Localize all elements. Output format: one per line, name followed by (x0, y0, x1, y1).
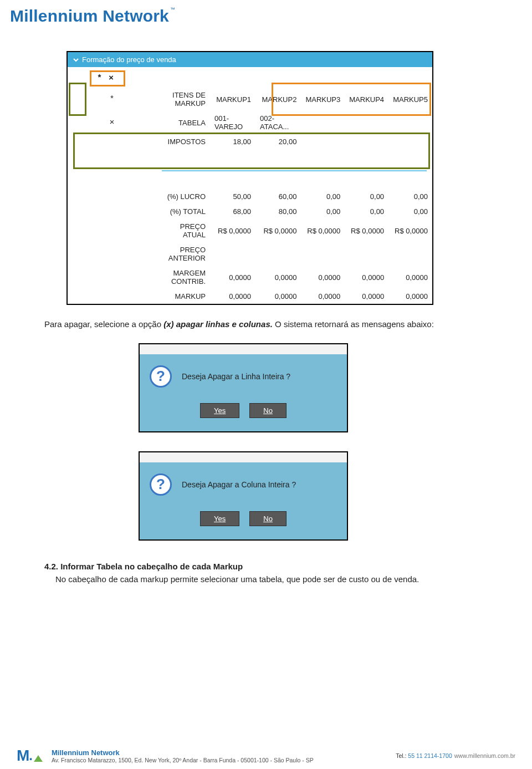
cell (301, 242, 345, 266)
footer-address: Av. Francisco Matarazzo, 1500, Ed. New Y… (52, 757, 387, 763)
cell-label: MARKUP (156, 289, 210, 304)
cell-label: (%) LUCRO (156, 189, 210, 204)
window-title: Formação do preço de venda (82, 55, 176, 64)
tel-label: Tel.: (396, 752, 408, 759)
section-paragraph: No cabeçalho de cada markup permite sele… (55, 573, 488, 586)
footer-contact: Tel.: 55 11 2114-1700www.millennium.com.… (396, 752, 515, 759)
cell: R$ 0,0000 (301, 219, 345, 242)
cell: 0,0000 (255, 289, 301, 304)
dialog-titlebar (140, 344, 347, 354)
cell: 68,00 (210, 204, 255, 219)
grid-row-preco-anterior: PREÇO ANTERIOR (68, 242, 432, 266)
cell: 0,0000 (301, 266, 345, 289)
cell: 0,0000 (345, 289, 388, 304)
cell: 001-VAREJO (210, 111, 255, 134)
cell-label: TABELA (156, 111, 210, 134)
cell: 0,00 (301, 189, 345, 204)
cell: 60,00 (255, 189, 301, 204)
row-marker-x[interactable]: × (68, 111, 156, 134)
dialog-message: Deseja Apagar a Coluna Inteira ? (182, 480, 296, 489)
grid-empty-row (68, 149, 432, 189)
footer-logo: M. (17, 748, 43, 763)
cell (388, 242, 432, 266)
cell (301, 134, 345, 149)
cell: 002-ATACA... (255, 111, 301, 134)
cell: R$ 0,0000 (210, 219, 255, 242)
cell: 0,00 (388, 204, 432, 219)
grid-row-lucro: (%) LUCRO 50,00 60,00 0,00 0,00 0,00 (68, 189, 432, 204)
yes-button[interactable]: Yes (200, 403, 239, 418)
cell (388, 111, 432, 134)
grid-row-total: (%) TOTAL 68,00 80,00 0,00 0,00 0,00 (68, 204, 432, 219)
yes-button[interactable]: Yes (200, 511, 239, 526)
cell (388, 134, 432, 149)
cell: 0,0000 (210, 289, 255, 304)
cell: 0,0000 (388, 289, 432, 304)
page-header: Millennium Network™ (0, 0, 532, 29)
dialog-delete-row: ? Deseja Apagar a Linha Inteira ? Yes No (139, 343, 348, 432)
cell: 0,00 (388, 189, 432, 204)
cell-label: MARGEM CONTRIB. (156, 266, 210, 289)
chevron-down-icon (73, 57, 79, 63)
cell-label: IMPOSTOS (156, 134, 210, 149)
cell: 80,00 (255, 204, 301, 219)
cell: R$ 0,0000 (388, 219, 432, 242)
cell (345, 111, 388, 134)
col-header-itens: ITENS DE MARKUP (156, 88, 210, 111)
cell-label: (%) TOTAL (156, 204, 210, 219)
brand-text: Millennium Network (10, 7, 169, 25)
cell: R$ 0,0000 (255, 219, 301, 242)
cell: 18,00 (210, 134, 255, 149)
dialog-titlebar (140, 452, 347, 462)
footer-title: Millennium Network (52, 748, 387, 757)
dialog-delete-column: ? Deseja Apagar a Coluna Inteira ? Yes N… (139, 451, 348, 541)
cell: R$ 0,0000 (345, 219, 388, 242)
cell: 0,0000 (255, 266, 301, 289)
col-header-markup1: MARKUP1 (210, 88, 255, 111)
window-titlebar: Formação do preço de venda (68, 52, 432, 67)
cell: 20,00 (255, 134, 301, 149)
cell-label: PREÇO ANTERIOR (156, 242, 210, 266)
paragraph-apagar: Para apagar, selecione a opção (x) apaga… (44, 318, 488, 331)
section-heading: 4.2. Informar Tabela no cabeçalho de cad… (44, 562, 488, 571)
triangle-icon (34, 755, 43, 762)
cell: 0,00 (345, 189, 388, 204)
delete-button[interactable]: × (109, 74, 114, 83)
text-fragment: O sistema retornará as mensagens abaixo: (273, 319, 434, 329)
footer-url: www.millennium.com.br (454, 752, 515, 759)
grid-row-margem: MARGEM CONTRIB. 0,0000 0,0000 0,0000 0,0… (68, 266, 432, 289)
highlight-toolbar-box: * × (90, 70, 125, 86)
cell: 0,00 (345, 204, 388, 219)
add-row-button[interactable]: * (97, 74, 102, 83)
cell (210, 242, 255, 266)
cell: 0,0000 (345, 266, 388, 289)
no-button[interactable]: No (249, 403, 287, 418)
col-header-markup4: MARKUP4 (345, 88, 388, 111)
grid-row-impostos: IMPOSTOS 18,00 20,00 (68, 134, 432, 149)
dialog-message: Deseja Apagar a Linha Inteira ? (182, 372, 290, 381)
grid-header-row: * ITENS DE MARKUP MARKUP1 MARKUP2 MARKUP… (68, 88, 432, 111)
cell (255, 242, 301, 266)
cell (345, 242, 388, 266)
question-icon: ? (150, 473, 172, 496)
page-footer: M. Millennium Network Av. Francisco Mata… (0, 745, 532, 769)
markup-grid: * ITENS DE MARKUP MARKUP1 MARKUP2 MARKUP… (68, 88, 432, 304)
col-header-markup3: MARKUP3 (301, 88, 345, 111)
row-marker-asterisk[interactable]: * (68, 88, 156, 111)
cell (301, 111, 345, 134)
col-header-markup5: MARKUP5 (388, 88, 432, 111)
grid-row-markup: MARKUP 0,0000 0,0000 0,0000 0,0000 0,000… (68, 289, 432, 304)
question-icon: ? (150, 365, 172, 388)
price-formation-screenshot: Formação do preço de venda * × * ITENS D… (66, 51, 433, 305)
col-header-markup2: MARKUP2 (255, 88, 301, 111)
cell: 0,0000 (210, 266, 255, 289)
cell: 0,0000 (301, 289, 345, 304)
cell (345, 134, 388, 149)
grid-row-preco-atual: PREÇO ATUAL R$ 0,0000 R$ 0,0000 R$ 0,000… (68, 219, 432, 242)
cell: 0,0000 (388, 266, 432, 289)
no-button[interactable]: No (249, 511, 287, 526)
text-emphasis: (x) apagar linhas e colunas. (163, 319, 273, 329)
trademark-icon: ™ (170, 7, 175, 12)
grid-row-tabela: × TABELA 001-VAREJO 002-ATACA... (68, 111, 432, 134)
text-fragment: Para apagar, selecione a opção (44, 319, 163, 329)
